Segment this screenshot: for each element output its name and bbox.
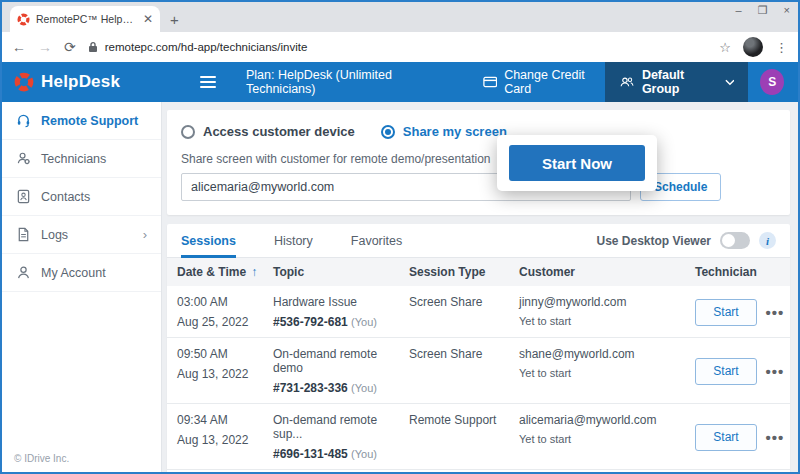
session-type: Screen Share [409,295,519,309]
url-text: remotepc.com/hd-app/technicians/invite [105,41,308,53]
headset-icon [16,113,31,128]
address-bar[interactable]: remotepc.com/hd-app/technicians/invite [88,41,708,53]
plan-label: Plan: HelpDesk (Unlimited Technicians) [246,68,445,96]
sidebar-item-label: Remote Support [41,114,138,128]
session-owner: (You) [351,448,377,460]
session-owner: (You) [351,316,377,328]
start-session-button[interactable]: Start [695,299,757,326]
col-session-type: Session Type [409,265,519,279]
col-customer: Customer [519,265,695,279]
sidebar-item-my-account[interactable]: My Account [2,254,161,292]
sidebar-item-contacts[interactable]: Contacts [2,178,161,216]
share-description: Share screen with customer for remote de… [181,152,776,166]
col-technician: Technician [695,265,757,279]
row-overflow-icon[interactable]: ••• [757,304,793,321]
desktop-viewer-toggle[interactable] [720,232,750,249]
customer-email: alicemaria@myworld.com [519,413,695,427]
user-avatar[interactable]: S [760,69,784,95]
radio-selected-icon[interactable] [381,125,395,139]
radio-access-customer-device[interactable]: Access customer device [181,124,355,139]
col-date-time[interactable]: Date & Time [177,265,246,279]
helpdesk-logo[interactable]: HelpDesk [2,72,162,92]
browser-tab-strip: RemotePC™ HelpDesk - Remote ✕ + – ❐ × [2,2,798,32]
start-now-button[interactable]: Start Now [509,145,645,181]
session-time: 03:00 AM [177,295,273,309]
group-icon [619,75,634,89]
table-row: 09:50 AMAug 13, 2022 On-demand remote de… [167,338,790,404]
browser-profile-avatar[interactable] [743,37,763,57]
chevron-down-icon [725,79,735,86]
credit-card-icon [483,76,497,88]
window-minimize-icon[interactable]: – [736,4,742,17]
forward-icon: → [38,39,52,55]
session-topic: Hardware Issue [273,295,409,309]
sidebar-item-technicians[interactable]: Technicians [2,140,161,178]
session-status: Yet to start [519,433,695,445]
logs-icon [16,227,31,242]
back-icon[interactable]: ← [12,39,26,55]
tab-favorites[interactable]: Favorites [351,224,402,258]
session-type: Remote Support [409,413,519,427]
desktop-viewer-label: Use Desktop Viewer [597,234,712,248]
radio-unselected-icon[interactable] [181,125,195,139]
browser-toolbar: ← → ⟳ remotepc.com/hd-app/technicians/in… [2,32,798,62]
app-header: HelpDesk Plan: HelpDesk (Unlimited Techn… [2,62,798,102]
session-topic: On-demand remote sup... [273,413,409,441]
lifebuoy-logo-icon [14,72,34,92]
info-icon[interactable]: i [759,232,776,249]
account-icon [16,265,31,280]
tab-close-icon[interactable]: ✕ [143,12,153,26]
reload-icon[interactable]: ⟳ [64,39,76,55]
session-time: 09:34 AM [177,413,273,427]
start-session-button[interactable]: Start [695,358,757,385]
session-date: Aug 25, 2022 [177,315,273,329]
window-close-icon[interactable]: × [784,4,790,17]
session-id: #536-792-681 [273,315,348,329]
tab-title: RemotePC™ HelpDesk - Remote [36,13,137,25]
session-status: Yet to start [519,315,695,327]
session-status: Yet to start [519,367,695,379]
window-maximize-icon[interactable]: ❐ [758,4,768,17]
session-type: Screen Share [409,347,519,361]
sidebar-item-logs[interactable]: Logs › [2,216,161,254]
browser-window: RemotePC™ HelpDesk - Remote ✕ + – ❐ × ← … [0,0,800,474]
session-date: Aug 13, 2022 [177,367,273,381]
start-session-button[interactable]: Start [695,424,757,451]
session-owner: (You) [351,382,377,394]
browser-menu-icon[interactable]: ⋮ [775,40,788,55]
row-overflow-icon[interactable]: ••• [757,429,793,446]
sort-asc-icon[interactable]: ↑ [251,265,257,279]
customer-email: jinny@myworld.com [519,295,695,309]
session-date: Aug 13, 2022 [177,433,273,447]
change-credit-card-button[interactable]: Change Credit Card [483,68,605,96]
tab-history[interactable]: History [274,224,313,258]
sidebar-item-label: Contacts [41,190,90,204]
avatar-initial: S [768,75,776,89]
group-selector-label: Default Group [642,68,717,96]
col-topic: Topic [273,265,409,279]
table-row: 03:00 AMAug 25, 2022 Hardware Issue#536-… [167,286,790,338]
logo-text: HelpDesk [41,72,120,92]
copyright-footer: © IDrive Inc. [14,453,69,464]
padlock-icon [88,41,98,53]
table-row: 01:45 AMAug 13, 2022 Technical Issue#524… [167,470,790,474]
new-tab-icon[interactable]: + [170,11,179,28]
tab-sessions[interactable]: Sessions [181,224,236,258]
main-content: Access customer device Share my screen S… [162,102,798,472]
row-overflow-icon[interactable]: ••• [757,363,793,380]
sessions-card: Sessions History Favorites Use Desktop V… [167,224,790,474]
browser-tab[interactable]: RemotePC™ HelpDesk - Remote ✕ [10,6,160,32]
group-selector[interactable]: Default Group [605,62,749,102]
customer-email: shane@myworld.com [519,347,695,361]
bookmark-star-icon[interactable]: ☆ [719,40,731,55]
session-id: #696-131-485 [273,447,348,461]
radio-share-my-screen[interactable]: Share my screen [381,124,507,139]
chevron-right-icon: › [143,227,147,242]
sidebar-item-remote-support[interactable]: Remote Support [2,102,161,140]
radio-access-label: Access customer device [203,124,355,139]
session-topic: On-demand remote demo [273,347,409,375]
sidebar-item-label: Technicians [41,152,106,166]
change-credit-card-label: Change Credit Card [504,68,604,96]
technicians-icon [16,151,31,166]
hamburger-menu-icon[interactable] [200,76,216,88]
